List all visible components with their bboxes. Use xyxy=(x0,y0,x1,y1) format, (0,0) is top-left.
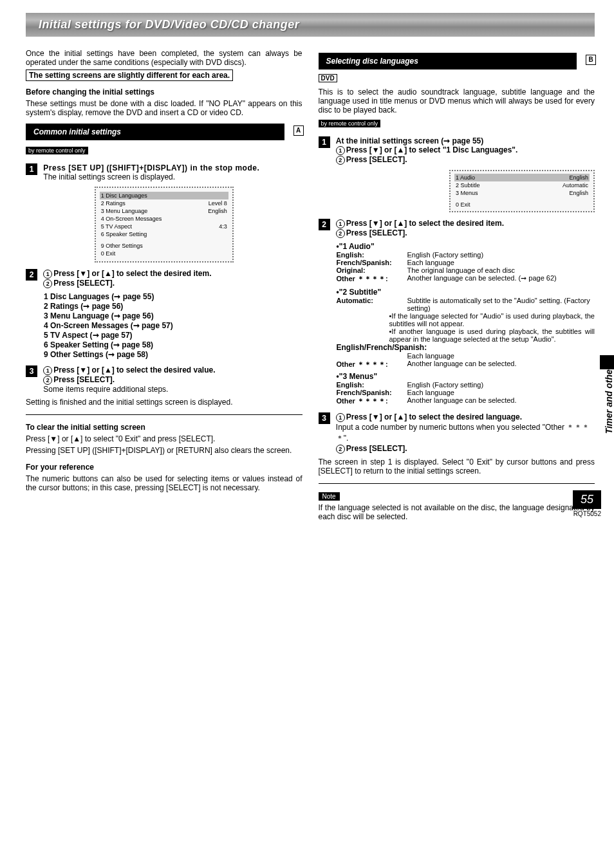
page-footer: 55 RQT5052 xyxy=(573,490,601,517)
finish-text: Setting is finished and the initial sett… xyxy=(26,398,302,407)
b-end-text: The screen in step 1 is displayed. Selec… xyxy=(319,457,595,476)
reference-heading: For your reference xyxy=(26,463,302,472)
subtitle-note-2: •If another language is used during play… xyxy=(389,328,595,343)
remote-only-tag: by remote control only xyxy=(26,147,88,154)
step-a1: 1 Press [SET UP] ([SHIFT]+[DISPLAY]) in … xyxy=(26,163,302,181)
model-number: RQT5052 xyxy=(573,510,601,517)
subtitle-options: Automatic:Subtitle is automatically set … xyxy=(337,297,595,312)
osd-screen-2: 1 AudioEnglish 2 SubtitleAutomatic 3 Men… xyxy=(449,170,595,212)
intro-text: Once the initial settings have been comp… xyxy=(26,49,302,67)
before-text: These settings must be done with a disc … xyxy=(26,99,302,117)
before-heading: Before changing the initial settings xyxy=(26,88,302,97)
reference-text: The numeric buttons can also be used for… xyxy=(26,474,302,492)
note-text: If the language selected is not availabl… xyxy=(319,503,595,521)
page-title: Initial settings for DVD/Video CD/CD cha… xyxy=(26,13,595,37)
section-letter-b: B xyxy=(586,55,596,65)
settings-list: 1 Disc Languages (➞ page 55) 2 Ratings (… xyxy=(26,292,302,359)
remote-only-tag-b: by remote control only xyxy=(319,120,381,127)
efs-label: English/French/Spanish: xyxy=(337,343,595,352)
subtitle-heading: •"2 Subtitle" xyxy=(337,288,595,297)
side-tab: Timer and others xyxy=(604,361,614,434)
section-a-header: Common initial settings A xyxy=(26,124,284,140)
clear-p2: Pressing [SET UP] ([SHIFT]+[DISPLAY]) or… xyxy=(26,446,302,455)
menus-options: English:English (Factory setting) French… xyxy=(337,381,595,406)
audio-options: English:English (Factory setting) French… xyxy=(337,251,595,284)
right-column: Selecting disc languages B DVD This is t… xyxy=(319,46,595,524)
note-box: The setting screens are slightly differe… xyxy=(26,69,233,81)
subtitle-note-1: •If the language selected for "Audio" is… xyxy=(389,312,595,328)
menus-heading: •"3 Menus" xyxy=(337,372,595,381)
audio-heading: •"1 Audio" xyxy=(337,242,595,251)
section-b-header: Selecting disc languages B xyxy=(319,53,577,69)
step-a3: 3 1Press [▼] or [▲] to select the desire… xyxy=(26,365,302,394)
dvd-tag: DVD xyxy=(319,74,337,82)
osd-screen-1: 1 Disc Languages 2 RatingsLevel 8 3 Menu… xyxy=(95,187,234,263)
section-letter-a: A xyxy=(293,125,304,136)
left-column: Once the initial settings have been comp… xyxy=(26,46,302,524)
step-b1: 1 At the initial settings screen (➞ page… xyxy=(319,136,595,165)
b-intro: This is to select the audio soundtrack l… xyxy=(319,88,595,115)
step-b3: 3 1Press [▼] or [▲] to select the desire… xyxy=(319,412,595,454)
clear-p1: Press [▼] or [▲] to select "0 Exit" and … xyxy=(26,434,302,443)
step-b2: 2 1Press [▼] or [▲] to select the desire… xyxy=(319,219,595,238)
note-tag: Note xyxy=(319,492,340,501)
page-number: 55 xyxy=(573,490,601,509)
clear-heading: To clear the initial setting screen xyxy=(26,423,302,432)
step-a2: 2 1Press [▼] or [▲] to select the desire… xyxy=(26,269,302,288)
